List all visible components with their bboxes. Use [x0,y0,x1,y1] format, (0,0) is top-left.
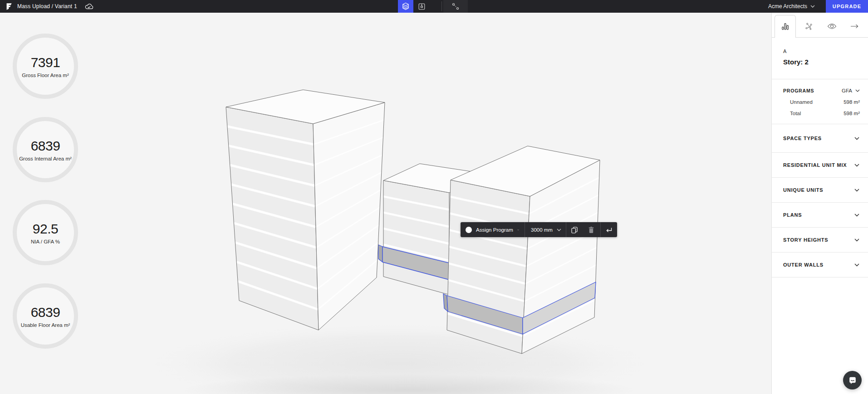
measure-icon [451,2,460,11]
chevron-down-icon [854,137,859,140]
stat-gross-floor-area: 7391 Gross Floor Area m² [13,34,78,99]
program-row: Unnamed 598 m² [783,99,860,105]
tab-variants[interactable] [799,15,819,38]
section-story-heights[interactable]: STORY HEIGHTS [772,228,868,253]
section-unique-units[interactable]: UNIQUE UNITS [772,178,868,203]
program-row: Total 598 m² [783,111,860,116]
topbar: Mass Upload / Variant 1 [0,0,868,13]
context-toolbar: Assign Program 3000 mm [461,222,617,237]
chevron-down-icon [854,164,859,167]
section-plans[interactable]: PLANS [772,203,868,228]
stat-label: NIA / GFA % [31,239,60,244]
topbar-divider [441,1,442,11]
programs-unit-dropdown[interactable]: GFA [842,88,860,93]
section-residential-unit-mix[interactable]: RESIDENTIAL UNIT MIX [772,153,868,178]
stat-label: Gross Internal Area m² [19,156,72,161]
stat-value: 6839 [31,138,60,154]
bar-chart-icon [781,23,789,30]
inspector-sections: SPACE TYPES RESIDENTIAL UNIT MIX UNIQUE … [772,124,868,277]
chevron-down-icon [854,214,859,217]
program-name: Total [790,111,801,116]
measure-tool-button[interactable] [443,0,468,13]
view-plan-button[interactable] [413,0,430,13]
stat-label: Gross Floor Area m² [22,73,69,78]
confirm-button[interactable] [601,222,617,237]
duplicate-story-button[interactable] [566,222,583,237]
stat-nia-gfa: 92.5 NIA / GFA % [13,200,78,265]
program-name: Unnamed [790,99,813,105]
stat-value: 92.5 [33,221,58,237]
programs-unit-value: GFA [842,88,852,93]
org-menu[interactable]: Acme Architects [768,3,815,10]
chevron-down-icon [557,229,561,231]
assign-program-dropdown[interactable]: Assign Program [461,222,525,237]
chevron-down-icon [854,189,859,192]
building-masses[interactable] [226,90,600,354]
selection-id: A [783,49,860,54]
duplicate-icon [570,226,579,234]
story-height-value: 3000 mm [531,227,553,233]
view-massing-button[interactable] [398,0,413,13]
chevron-down-icon [810,5,815,8]
program-value: 598 m² [843,99,860,105]
upgrade-button[interactable]: UPGRADE [826,0,868,13]
org-name: Acme Architects [768,3,807,10]
chevron-down-icon [854,263,859,267]
eye-icon [827,23,837,29]
return-icon [605,226,613,233]
tab-collapse[interactable] [844,15,864,38]
story-label: Story: 2 [783,58,860,66]
chat-support-button[interactable] [843,371,862,389]
program-color-dot [466,227,472,233]
massing-3d-icon [402,2,410,10]
story-height-dropdown[interactable]: 3000 mm [525,222,566,237]
programs-header: PROGRAMS [783,88,814,93]
stat-gross-internal-area: 6839 Gross Internal Area m² [13,117,78,182]
stat-value: 6839 [31,305,60,320]
trash-icon [587,226,595,234]
section-space-types[interactable]: SPACE TYPES [772,124,868,153]
tab-visibility[interactable] [822,15,842,38]
document-title[interactable]: Mass Upload / Variant 1 [17,3,77,10]
program-value: 598 m² [843,111,860,116]
stat-usable-floor-area: 6839 Usable Floor Area m² [13,283,78,349]
inspector-sidebar: A Story: 2 PROGRAMS GFA Unnamed 598 m² [771,13,868,394]
chevron-down-icon [855,89,860,92]
chat-bubble-icon [848,376,857,385]
cloud-sync-icon [85,3,93,10]
3d-canvas[interactable]: 7391 Gross Floor Area m² 6839 Gross Inte… [0,13,771,394]
chevron-down-icon [517,229,519,231]
section-outer-walls[interactable]: OUTER WALLS [772,253,868,277]
nodes-graph-icon [805,22,813,30]
delete-story-button[interactable] [583,222,600,237]
app: Mass Upload / Variant 1 [0,0,868,394]
inspector-tabbar [772,13,868,38]
3d-viewport[interactable] [0,13,771,394]
assign-program-label: Assign Program [476,227,513,233]
chevron-down-icon [854,238,859,242]
plan-view-icon [418,3,426,10]
tab-statistics[interactable] [775,15,796,38]
stat-value: 7391 [31,55,60,70]
arrow-right-icon [850,24,859,29]
stat-label: Usable Floor Area m² [21,322,70,328]
divider [772,79,868,79]
finch-logo-icon[interactable] [5,3,12,10]
